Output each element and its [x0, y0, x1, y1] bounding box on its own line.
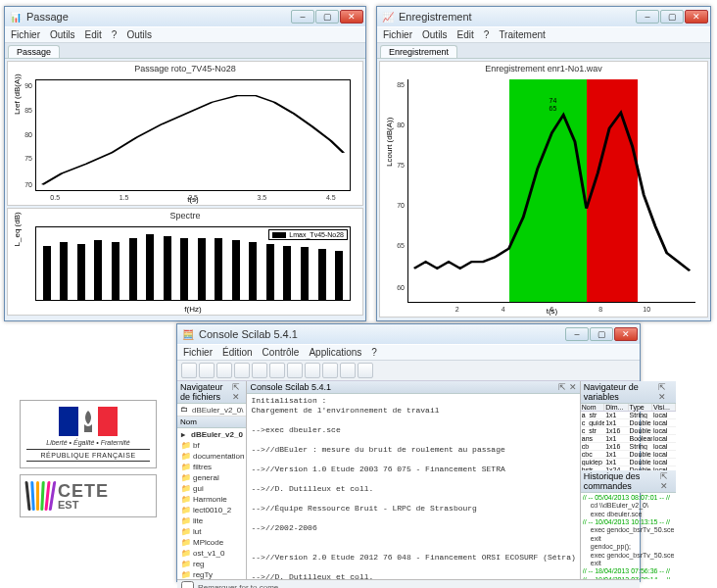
- undock-icon[interactable]: ⇱ ✕: [660, 471, 673, 491]
- rf-name: RÉPUBLIQUE FRANÇAISE: [26, 449, 150, 462]
- menu-item[interactable]: ?: [112, 29, 118, 40]
- undock-icon[interactable]: ⇱ ✕: [558, 382, 577, 392]
- close-button[interactable]: ✕: [614, 327, 638, 341]
- var-rows[interactable]: a_str1x1Stringlocalc_guidep...1x1Doublel…: [581, 412, 677, 470]
- menu-item[interactable]: Outils: [126, 29, 152, 40]
- xtick: 4: [502, 306, 505, 313]
- menu-item[interactable]: Outils: [50, 29, 75, 40]
- col-type[interactable]: Type: [629, 404, 652, 411]
- tree-item[interactable]: filtres: [179, 462, 244, 472]
- col-dim[interactable]: Dim...: [604, 404, 628, 411]
- history-item[interactable]: // -- 18/04/2013 07:56:36 -- //: [583, 567, 675, 575]
- history-item[interactable]: exec gendoc_bsrTv_50.sce: [583, 526, 675, 534]
- var-row[interactable]: ans1x1Booleanlocal: [581, 435, 677, 443]
- menu-item[interactable]: Edit: [457, 29, 474, 40]
- copy-icon[interactable]: [216, 363, 232, 378]
- history-item[interactable]: cd \\dBEuler_v2_0\: [583, 502, 675, 510]
- history-item[interactable]: // -- 18/04/2013 07:28:14 -- //: [583, 576, 675, 579]
- minimize-button[interactable]: –: [636, 10, 659, 24]
- tree-item[interactable]: Harmonie: [179, 494, 244, 505]
- crumb-text[interactable]: dBEuler_v2_0\: [192, 406, 243, 415]
- history-item[interactable]: // -- 10/04/2013 10:13:15 -- //: [583, 518, 675, 526]
- demos-icon[interactable]: [358, 363, 373, 378]
- history-item[interactable]: gendoc_pp();: [583, 543, 675, 551]
- tree-item[interactable]: lut: [179, 526, 244, 537]
- maximize-button[interactable]: ▢: [315, 10, 339, 24]
- minimize-button[interactable]: –: [291, 10, 314, 24]
- col-name[interactable]: Nom: [581, 404, 604, 411]
- scinotes-icon[interactable]: [287, 363, 303, 378]
- var-row[interactable]: a_str1x1Stringlocal: [581, 412, 677, 419]
- tree-item[interactable]: MPlcode: [179, 537, 244, 548]
- maximize-button[interactable]: ▢: [590, 327, 613, 341]
- history-item[interactable]: exit: [583, 535, 675, 543]
- file-tree[interactable]: dBEuler_v2_0bfdocumentationfiltresgenera…: [177, 428, 246, 579]
- menu-item[interactable]: Outils: [422, 29, 448, 40]
- menu-item[interactable]: Applications: [309, 347, 361, 358]
- menu-item[interactable]: Fichier: [383, 29, 412, 40]
- bar: [249, 242, 257, 300]
- undock-icon[interactable]: ⇱ ✕: [232, 382, 243, 402]
- menu-item[interactable]: ?: [371, 347, 377, 358]
- tree-item[interactable]: lite: [179, 515, 244, 526]
- bar: [301, 247, 309, 300]
- menu-item[interactable]: Fichier: [11, 29, 40, 40]
- tab-enregistrement[interactable]: Enregistrement: [380, 45, 457, 58]
- scilab-titlebar[interactable]: 🧮 Console Scilab 5.4.1 – ▢ ✕: [177, 324, 640, 344]
- var-row[interactable]: cbc1x1Doublelocal: [581, 451, 677, 459]
- menu-item[interactable]: Fichier: [183, 347, 213, 358]
- bar: [180, 238, 188, 300]
- tree-item[interactable]: regTy: [179, 569, 244, 579]
- status-checkbox[interactable]: [181, 581, 194, 588]
- var-row[interactable]: c_guidep...1x1Doublelocal: [581, 419, 677, 427]
- passage-titlebar[interactable]: 📊 Passage – ▢ ✕: [5, 7, 365, 26]
- menu-item[interactable]: Edit: [85, 29, 102, 40]
- enreg-title: Enregistrement: [399, 11, 636, 23]
- bar: [129, 238, 137, 300]
- passage-title: Passage: [26, 11, 291, 23]
- prefs-icon[interactable]: [252, 363, 267, 378]
- menu-item[interactable]: ?: [484, 29, 490, 40]
- cut-icon[interactable]: [199, 363, 215, 378]
- maximize-button[interactable]: ▢: [660, 10, 684, 24]
- history-list[interactable]: // -- 05/04/2013 08:07:01 -- //cd \\dBEu…: [583, 494, 675, 579]
- scilab-menubar: Fichier Édition Contrôle Applications ?: [177, 344, 640, 361]
- ytick: 75: [387, 162, 405, 169]
- menu-item[interactable]: Édition: [222, 347, 253, 358]
- help-icon[interactable]: [340, 363, 356, 378]
- close-button[interactable]: ✕: [340, 10, 363, 24]
- undock-icon[interactable]: ⇱ ✕: [658, 382, 673, 402]
- print-icon[interactable]: [269, 363, 285, 378]
- menu-item[interactable]: Traitement: [499, 29, 545, 40]
- tree-item[interactable]: bf: [179, 440, 244, 451]
- close-button[interactable]: ✕: [685, 10, 708, 24]
- paste-icon[interactable]: [234, 363, 250, 378]
- history-item[interactable]: exec dbeuler.sce: [583, 511, 675, 518]
- col-vis[interactable]: Visi...: [652, 404, 676, 411]
- history-item[interactable]: exit: [583, 560, 675, 567]
- xtick: 3.5: [258, 194, 267, 201]
- console-output[interactable]: Initialisation : Chargement de l'environ…: [247, 394, 579, 579]
- tree-item[interactable]: documentation: [179, 451, 244, 462]
- history-panel: Historique des commandes⇱ ✕ // -- 05/04/…: [581, 470, 677, 579]
- tree-item[interactable]: reg: [179, 559, 244, 569]
- xcos-icon[interactable]: [305, 363, 320, 378]
- history-item[interactable]: // -- 05/04/2013 08:07:01 -- //: [583, 494, 675, 502]
- var-row[interactable]: c_str1x16Doublelocal: [581, 427, 677, 435]
- open-icon[interactable]: [181, 363, 197, 378]
- enreg-titlebar[interactable]: 📈 Enregistrement – ▢ ✕: [377, 7, 710, 26]
- menu-item[interactable]: Contrôle: [263, 347, 300, 358]
- var-row[interactable]: cb1x16Stringlocal: [581, 443, 677, 451]
- tree-item[interactable]: general: [179, 472, 244, 483]
- enreg-tabs: Enregistrement: [377, 43, 710, 59]
- atoms-icon[interactable]: [322, 363, 338, 378]
- tree-item[interactable]: ost_v1_0: [179, 548, 244, 559]
- history-item[interactable]: exec gendoc_bsrTv_50.sce: [583, 552, 675, 560]
- tree-item[interactable]: lect0010_2: [179, 505, 244, 515]
- tab-passage[interactable]: Passage: [8, 45, 60, 58]
- var-row[interactable]: guidep1x1Doublelocal: [581, 459, 677, 466]
- tree-header[interactable]: Nom: [180, 417, 197, 426]
- tree-item[interactable]: gui: [179, 483, 244, 494]
- minimize-button[interactable]: –: [565, 327, 589, 341]
- tree-item[interactable]: dBEuler_v2_0: [179, 429, 244, 440]
